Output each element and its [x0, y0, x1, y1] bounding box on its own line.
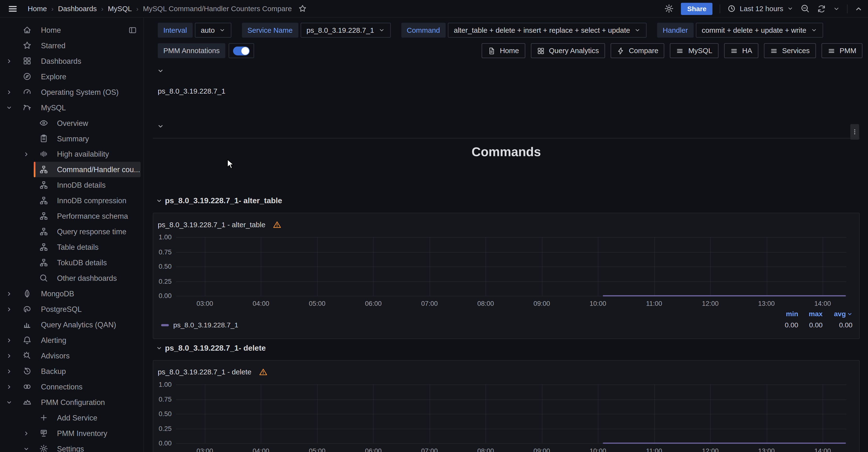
elephant-icon [23, 305, 32, 314]
sidebar-item-query-analytics-qan[interactable]: Query Analytics (QAN) [0, 317, 144, 333]
filter-value-dropdown[interactable]: auto [194, 23, 231, 38]
sidebar-item-home[interactable]: Home [0, 22, 144, 37]
sidebar-item-innodb-compression[interactable]: InnoDB compression [0, 193, 144, 208]
sidebar-item-overview[interactable]: Overview [0, 115, 144, 131]
legend-column-min[interactable]: min [774, 308, 799, 319]
sidebar-item-pmm-configuration[interactable]: PMM Configuration [0, 395, 144, 410]
chevron-up-icon[interactable] [855, 5, 862, 12]
refresh-icon[interactable] [817, 4, 826, 13]
link-button-mysql[interactable]: MySQL [670, 43, 718, 58]
row-collapse-chevron[interactable] [157, 68, 164, 74]
sidebar-item-label: High availability [57, 150, 109, 158]
sidebar-item-pmm-inventory[interactable]: PMM Inventory [0, 425, 144, 441]
sidebar-item-label: Command/Handler cou... [57, 165, 140, 174]
chevright-icon [6, 337, 12, 343]
panel-header[interactable]: ps_8.0_3.19.228.7_1 - delete [153, 361, 859, 378]
link-button-pmm[interactable]: PMM [821, 43, 862, 58]
sidebar-item-add-service[interactable]: Add Service [0, 410, 144, 425]
bars-icon [827, 47, 835, 55]
share-button[interactable]: Share [681, 2, 713, 15]
legend-series[interactable]: ps_8.0_3.19.228.7_1 [158, 319, 774, 330]
section-header-0[interactable]: ps_8.0_3.19.228.7_1- alter_table [156, 196, 282, 205]
grafana-pmm-dashboard: Home›Dashboards›MySQL› MySQL Command/Han… [0, 0, 868, 452]
link-button-query-analytics[interactable]: Query Analytics [531, 43, 605, 58]
sidebar-item-tokudb-details[interactable]: TokuDB details [0, 255, 144, 271]
time-range-picker[interactable]: Last 12 hours [727, 4, 793, 12]
file-icon [488, 47, 495, 55]
sidebar-item-label: MongoDB [41, 289, 74, 298]
chevdown-icon [23, 446, 29, 452]
sidebar-item-advisors[interactable]: Advisors [0, 348, 144, 364]
menu-icon[interactable] [8, 4, 18, 13]
chevron-down-icon[interactable] [833, 5, 840, 12]
sidebar-item-label: TokuDB details [57, 258, 107, 267]
sidebar-item-mongodb[interactable]: MongoDB [0, 286, 144, 302]
equalizer-icon [39, 150, 48, 159]
panel-header[interactable]: ps_8.0_3.19.228.7_1 - alter_table [153, 214, 859, 231]
link-button-services[interactable]: Services [764, 43, 816, 58]
sidebar-item-table-details[interactable]: Table details [0, 239, 144, 255]
gear-icon[interactable] [664, 4, 674, 13]
x-axis-tick: 04:00 [253, 300, 270, 308]
sidebar-item-dashboards[interactable]: Dashboards [0, 53, 144, 68]
sidebar-item-label: Performance schema [57, 212, 128, 220]
sidebar-item-mysql[interactable]: MySQL [0, 100, 144, 115]
sidebar-item-performance-schema[interactable]: Performance schema [0, 208, 144, 224]
warning-icon[interactable] [259, 368, 267, 376]
filter-value-dropdown[interactable]: alter_table + delete + insert + replace … [448, 23, 647, 38]
sidebar-item-settings[interactable]: Settings [0, 441, 144, 452]
sidebar-item-label: MySQL [41, 103, 66, 112]
sidebar-item-query-response-time[interactable]: Query response time [0, 224, 144, 239]
y-axis-tick: 0.75 [153, 248, 172, 256]
sidebar-item-high-availability[interactable]: High availability [0, 146, 144, 162]
legend-column-max[interactable]: max [798, 308, 823, 319]
filter-value-dropdown[interactable]: ps_8.0_3.19.228.7_1 [301, 23, 391, 38]
panel-menu-kebab-icon[interactable] [850, 124, 859, 140]
sidebar-item-label: Starred [41, 41, 65, 50]
legend-min-value: 0.00 [774, 319, 799, 330]
sidebar-item-label: Operating System (OS) [41, 88, 119, 96]
link-button-compare[interactable]: Compare [611, 43, 665, 58]
dock-icon[interactable] [128, 26, 137, 34]
toggle-knob [241, 47, 249, 55]
pmm-annotations-toggle[interactable] [228, 43, 254, 58]
dashboard-link-buttons: HomeQuery AnalyticsCompareMySQLHAService… [482, 43, 862, 58]
warning-icon[interactable] [273, 220, 281, 228]
sidebar-item-postgresql[interactable]: PostgreSQL [0, 302, 144, 317]
star-icon[interactable] [299, 4, 307, 12]
breadcrumb-item-home[interactable]: Home [28, 4, 47, 12]
section-header-1[interactable]: ps_8.0_3.19.228.7_1- delete [156, 343, 266, 352]
y-axis-tick: 0.25 [153, 277, 172, 285]
zoom-out-icon[interactable] [800, 4, 810, 13]
breadcrumb-item-mysql[interactable]: MySQL [108, 4, 132, 12]
legend-column-avg[interactable]: avg [823, 308, 852, 319]
sidebar-item-starred[interactable]: Starred [0, 37, 144, 53]
filter-value-dropdown[interactable]: commit + delete + update + write [696, 23, 823, 38]
x-axis-tick: 05:00 [309, 300, 326, 308]
x-axis-tick: 10:00 [590, 300, 606, 308]
y-axis-tick: 0.00 [153, 292, 172, 300]
mysql-icon [23, 103, 32, 112]
chart-legend: minmaxavgps_8.0_3.19.228.7_10.000.000.00 [158, 308, 852, 330]
breadcrumb-item-dashboards[interactable]: Dashboards [58, 4, 97, 12]
link-button-ha[interactable]: HA [724, 43, 758, 58]
sidebar-item-summary[interactable]: Summary [0, 131, 144, 146]
y-axis-tick: 0.75 [153, 395, 172, 403]
link-button-home[interactable]: Home [482, 43, 525, 58]
chart-plot-area[interactable] [176, 384, 846, 443]
sidebar-item-connections[interactable]: Connections [0, 379, 144, 395]
sidebar-item-operating-system-os[interactable]: Operating System (OS) [0, 84, 144, 100]
sidebar-item-label: PMM Configuration [41, 398, 105, 406]
chevdown-icon [156, 197, 162, 203]
sidebar-item-innodb-details[interactable]: InnoDB details [0, 177, 144, 193]
chart-plot-area[interactable] [176, 237, 846, 296]
row-collapse-chevron[interactable] [157, 123, 164, 130]
sidebar-item-alerting[interactable]: Alerting [0, 333, 144, 348]
sidebar-item-other-dashboards[interactable]: Other dashboards [0, 271, 144, 286]
sidebar-item-command-handler-cou[interactable]: Command/Handler cou... [0, 162, 144, 177]
sidebar-item-backup[interactable]: Backup [0, 364, 144, 379]
chevright-icon [6, 368, 12, 374]
sidebar-item-explore[interactable]: Explore [0, 68, 144, 84]
gauge-icon [23, 88, 32, 96]
x-axis-tick: 03:00 [196, 447, 213, 452]
